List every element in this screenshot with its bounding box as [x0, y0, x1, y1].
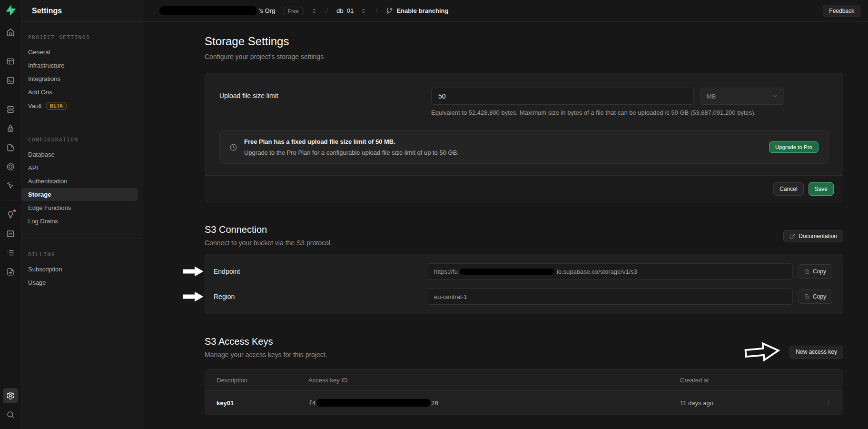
supabase-logo-icon[interactable]: [4, 4, 17, 16]
sidebar-item-infrastructure[interactable]: Infrastructure: [21, 59, 138, 72]
endpoint-row: Endpoint https://fuio.supabase.co/storag…: [214, 261, 832, 282]
section-label: PROJECT SETTINGS: [21, 34, 143, 45]
org-breadcrumb[interactable]: 's Org Free: [159, 6, 317, 15]
annotation-arrow-new-key: [741, 340, 784, 363]
realtime-icon[interactable]: [3, 178, 18, 193]
rail-divider: [5, 200, 16, 200]
advisors-notification-dot: [12, 209, 17, 213]
sidebar-item-storage[interactable]: Storage: [21, 188, 138, 201]
annotation-arrow-endpoint: [182, 265, 205, 278]
copy-region-button[interactable]: Copy: [798, 289, 832, 304]
sidebar-item-edge-functions[interactable]: Edge Functions: [21, 201, 138, 214]
redacted-endpoint-segment: [460, 269, 555, 275]
cancel-button[interactable]: Cancel: [773, 182, 803, 196]
table-row: key01 f420 11 days ago: [205, 390, 843, 415]
sidebar-item-subscription[interactable]: Subscription: [21, 263, 138, 276]
feedback-button[interactable]: Feedback: [823, 5, 860, 17]
key-description: key01: [205, 399, 308, 407]
table-header-row: Description Access key ID Created at: [205, 370, 843, 390]
project-breadcrumb[interactable]: db_01: [336, 7, 367, 14]
table-editor-icon[interactable]: [3, 54, 18, 69]
unit-select[interactable]: MB: [700, 88, 784, 105]
copy-endpoint-button[interactable]: Copy: [798, 264, 832, 279]
card-footer: Cancel Save: [205, 175, 843, 202]
project-name: db_01: [336, 7, 354, 14]
new-access-key-button[interactable]: New access key: [789, 346, 843, 359]
sidebar-item-usage[interactable]: Usage: [21, 276, 138, 289]
beta-badge: BETA: [46, 102, 68, 110]
endpoint-value-field[interactable]: https://fuio.supabase.co/storage/v1/s3: [427, 263, 793, 279]
sidebar-item-integrations[interactable]: Integrations: [21, 72, 138, 85]
enable-branching-button[interactable]: Enable branching: [386, 7, 448, 14]
settings-sidebar: Settings PROJECT SETTINGS General Infras…: [21, 0, 143, 429]
section-label: CONFIGURATION: [21, 137, 143, 148]
advisors-icon[interactable]: [3, 207, 18, 222]
access-key-id: f420: [308, 399, 680, 407]
org-name-suffix: 's Org: [259, 7, 275, 14]
database-icon[interactable]: [3, 102, 18, 117]
sidebar-item-log-drains[interactable]: Log Drains: [21, 215, 138, 228]
upload-limit-input[interactable]: [431, 88, 694, 105]
free-plan-notice: Free Plan has a fixed upload file size l…: [219, 130, 829, 164]
section-billing: BILLING Subscription Usage: [21, 239, 143, 300]
sql-editor-icon[interactable]: [3, 73, 18, 88]
copy-icon: [804, 269, 810, 275]
sidebar-item-api[interactable]: API: [21, 161, 138, 174]
s3-access-keys-title: S3 Access Keys: [205, 335, 327, 348]
sidebar-title: Settings: [21, 0, 143, 22]
rail-divider: [5, 95, 16, 95]
sidebar-item-general[interactable]: General: [21, 46, 138, 59]
annotation-arrow-region: [182, 290, 205, 303]
storage-icon[interactable]: [3, 140, 18, 155]
sidebar-item-vault[interactable]: Vault BETA: [21, 99, 138, 113]
rail-divider: [5, 47, 16, 47]
copy-icon: [804, 294, 810, 300]
save-button[interactable]: Save: [809, 182, 834, 196]
section-project-settings: PROJECT SETTINGS General Infrastructure …: [21, 34, 143, 124]
upload-limit-helper: Equivalent to 52,428,800 bytes. Maximum …: [431, 109, 829, 116]
section-label: BILLING: [21, 251, 143, 262]
main-content: Storage Settings Configure your project'…: [143, 22, 868, 429]
settings-gear-icon[interactable]: [3, 388, 18, 403]
endpoint-label: Endpoint: [214, 268, 427, 275]
section-configuration: CONFIGURATION Database API Authenticatio…: [21, 124, 143, 239]
access-keys-table: Description Access key ID Created at key…: [205, 369, 843, 415]
clock-icon: [229, 143, 237, 151]
topbar: 's Org Free / db_01 / Enable branching F…: [143, 0, 868, 22]
icon-rail: [0, 0, 21, 429]
upgrade-to-pro-button[interactable]: Upgrade to Pro: [769, 141, 819, 153]
home-icon[interactable]: [3, 25, 18, 40]
breadcrumb-slash: /: [375, 7, 377, 15]
column-created-at: Created at: [680, 377, 814, 384]
page-title: Storage Settings: [205, 33, 843, 50]
page-subtitle: Configure your project's storage setting…: [205, 53, 843, 60]
chevrons-up-down-icon[interactable]: [360, 8, 367, 14]
chevron-down-icon: [771, 93, 778, 100]
row-menu-kebab-icon[interactable]: [823, 398, 834, 409]
region-label: Region: [214, 293, 427, 300]
s3-connection-subtitle: Connect to your bucket via the S3 protoc…: [205, 239, 332, 247]
reports-icon[interactable]: [3, 226, 18, 241]
auth-lock-icon[interactable]: [3, 121, 18, 136]
upload-limit-label: Upload file size limit: [219, 88, 431, 116]
plan-badge: Free: [283, 7, 304, 15]
region-row: Region eu-central-1 Copy: [214, 286, 832, 307]
documentation-button[interactable]: Documentation: [783, 230, 843, 242]
s3-connection-title: S3 Connection: [205, 223, 332, 236]
sidebar-item-add-ons[interactable]: Add Ons: [21, 86, 138, 99]
redacted-org-name: [159, 6, 257, 15]
sidebar-item-authentication[interactable]: Authentication: [21, 175, 138, 188]
api-docs-icon[interactable]: [3, 264, 18, 279]
s3-connection-card: Endpoint https://fuio.supabase.co/storag…: [205, 254, 843, 314]
search-icon[interactable]: [3, 407, 18, 422]
edge-functions-icon[interactable]: [3, 159, 18, 174]
key-created-at: 11 days ago: [680, 399, 814, 407]
logs-icon[interactable]: [3, 245, 18, 260]
region-value-field[interactable]: eu-central-1: [427, 289, 793, 305]
git-branch-icon: [386, 7, 393, 14]
notice-body: Upgrade to the Pro Plan for a configurab…: [244, 149, 762, 156]
redacted-access-key-segment: [316, 399, 431, 407]
chevrons-up-down-icon[interactable]: [311, 8, 317, 14]
upload-limit-card: Upload file size limit MB Equivalent to …: [205, 73, 843, 202]
sidebar-item-database[interactable]: Database: [21, 148, 138, 161]
